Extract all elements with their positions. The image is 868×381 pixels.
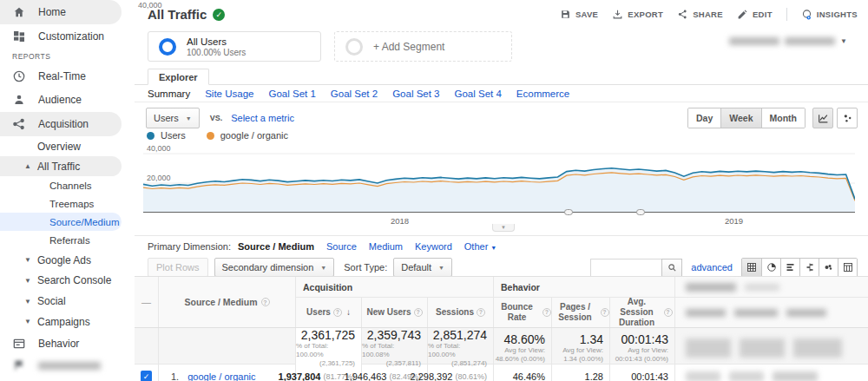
dimension-medium[interactable]: Medium (369, 241, 403, 252)
sidebar-item-redacted[interactable] (0, 356, 135, 375)
timeline-handle-left[interactable] (564, 209, 573, 215)
insights-button[interactable]: INSIGHTS (801, 9, 858, 20)
totals-select-cell (135, 328, 158, 368)
customization-icon (12, 30, 26, 43)
column-source-medium[interactable]: Source / Medium? (158, 277, 295, 327)
sidebar-item-source-medium[interactable]: Source/Medium (0, 213, 122, 231)
metric-dropdown[interactable]: Users▼ (146, 108, 200, 128)
sidebar-item-home[interactable]: Home (0, 0, 122, 24)
google-analytics-app: Home Customization REPORTS Real-Time Aud… (0, 0, 868, 381)
column-bounce-rate[interactable]: Bounce Rate? (493, 297, 551, 327)
advanced-search-link[interactable]: advanced (691, 262, 733, 273)
source-medium-link[interactable]: google / organic (187, 371, 255, 381)
export-button[interactable]: EXPORT (612, 9, 663, 20)
legend-google-organic[interactable]: google / organic (207, 130, 288, 141)
help-icon[interactable]: ? (477, 308, 485, 317)
data-quality-check-icon[interactable]: ✓ (213, 9, 225, 21)
dimension-keyword[interactable]: Keyword (415, 241, 452, 252)
performance-view-button[interactable] (780, 259, 799, 277)
timeline-handle-right[interactable] (636, 209, 645, 215)
subtab-goal-set-2[interactable]: Goal Set 2 (331, 89, 378, 99)
column-new-users[interactable]: New Users? (361, 297, 427, 327)
sidebar-item-realtime[interactable]: Real-Time (0, 64, 135, 88)
pivot-icon (843, 262, 853, 273)
help-icon[interactable]: ? (542, 308, 551, 317)
help-icon[interactable]: ? (601, 308, 609, 317)
primary-dimension-bar: Primary Dimension: Source / Medium Sourc… (148, 241, 496, 252)
users-area-fill (143, 168, 855, 213)
table-totals-row: 2,361,725 % of Total: 100.00% (2,361,725… (135, 328, 868, 365)
granularity-week-button[interactable]: Week (720, 108, 760, 128)
sidebar-item-campaigns[interactable]: ▼ Campaigns (0, 312, 135, 332)
help-icon[interactable]: ? (414, 308, 423, 317)
sidebar-item-channels[interactable]: Channels (0, 176, 135, 194)
subtab-goal-set-1[interactable]: Goal Set 1 (268, 89, 315, 99)
select-all-cell[interactable]: — (135, 277, 158, 327)
search-input[interactable] (590, 259, 661, 277)
segment-ring-icon (159, 38, 176, 56)
sidebar-item-acquisition[interactable]: Acquisition (0, 112, 122, 136)
chart-collapse-tab[interactable]: ▼ (492, 224, 515, 232)
segment-all-users[interactable]: All Users 100.00% Users (148, 31, 321, 62)
save-button[interactable]: SAVE (560, 9, 598, 20)
sidebar-item-label: Customization (38, 30, 104, 43)
subtab-goal-set-3[interactable]: Goal Set 3 (392, 89, 439, 99)
granularity-day-button[interactable]: Day (688, 108, 720, 128)
subtab-site-usage[interactable]: Site Usage (205, 89, 253, 99)
date-range-selector[interactable]: ▼ (729, 37, 847, 45)
term-cloud-view-button[interactable] (819, 259, 838, 277)
sidebar-item-overview[interactable]: Overview (0, 136, 135, 156)
subtab-summary[interactable]: Summary (148, 89, 190, 99)
sidebar-item-referrals[interactable]: Referrals (0, 231, 135, 250)
tab-explorer[interactable]: Explorer (148, 69, 209, 85)
sidebar-item-label: Campaigns (37, 316, 90, 328)
help-icon[interactable]: ? (333, 308, 342, 317)
column-sessions[interactable]: Sessions? (427, 297, 493, 327)
motion-chart-button[interactable] (837, 108, 858, 128)
subtab-goal-set-4[interactable]: Goal Set 4 (455, 89, 502, 99)
sidebar-item-label: Behavior (38, 338, 79, 350)
share-button[interactable]: SHARE (677, 9, 723, 20)
plot-rows-button[interactable]: Plot Rows (148, 258, 208, 277)
sort-type-label: Sort Type: (344, 262, 387, 273)
help-icon[interactable]: ? (261, 298, 270, 306)
row-checkbox[interactable]: ✓ (141, 371, 152, 381)
dimension-other[interactable]: Other ▼ (464, 241, 497, 252)
table-view-button[interactable] (742, 259, 761, 277)
legend-users[interactable]: Users (147, 130, 186, 141)
select-metric-link[interactable]: Select a metric (231, 113, 294, 123)
sidebar-item-discover[interactable]: Discover (0, 375, 135, 381)
sort-desc-icon: ↓ (346, 307, 351, 318)
help-icon[interactable]: ? (664, 308, 673, 317)
traffic-chart[interactable]: 40,000 20,000 (143, 143, 855, 213)
column-pages-session[interactable]: Pages / Session? (551, 297, 609, 327)
collapse-caret-icon: ▲ (24, 162, 37, 170)
sidebar-item-all-traffic[interactable]: ▲ All Traffic (0, 156, 122, 176)
search-button[interactable] (661, 259, 682, 277)
dimension-source-medium[interactable]: Source / Medium (238, 241, 314, 252)
sidebar-item-social[interactable]: ▼ Social (0, 291, 135, 312)
sort-type-dropdown[interactable]: Default▼ (393, 258, 452, 277)
line-chart-button[interactable] (812, 108, 833, 128)
add-segment-button[interactable]: + Add Segment (334, 31, 512, 62)
sidebar-item-treemaps[interactable]: Treemaps (0, 194, 135, 213)
sidebar-item-google-ads[interactable]: ▼ Google Ads (0, 250, 135, 270)
sidebar-item-behavior[interactable]: Behavior (0, 332, 135, 356)
secondary-dimension-dropdown[interactable]: Secondary dimension▼ (214, 258, 335, 277)
row-pages-session: 1.28 (551, 365, 609, 381)
percentage-view-button[interactable] (761, 259, 780, 277)
pivot-view-button[interactable] (838, 259, 857, 277)
granularity-month-button[interactable]: Month (761, 108, 806, 128)
column-avg-session-duration[interactable]: Avg. Session Duration? (609, 297, 674, 327)
row-bounce-rate: 46.46% (493, 365, 551, 381)
row-redacted (674, 365, 868, 381)
edit-button[interactable]: EDIT (737, 9, 773, 20)
sidebar-item-audience[interactable]: Audience (0, 88, 135, 112)
subtab-ecommerce[interactable]: Ecommerce (516, 89, 569, 99)
sidebar-item-customization[interactable]: Customization (0, 24, 135, 49)
dimension-source[interactable]: Source (326, 241, 357, 252)
row-source-cell: 1. google / organic (158, 365, 295, 381)
sidebar-item-search-console[interactable]: ▼ Search Console (0, 270, 135, 291)
comparison-view-button[interactable] (799, 259, 819, 277)
column-users[interactable]: Users?↓ (295, 297, 361, 327)
